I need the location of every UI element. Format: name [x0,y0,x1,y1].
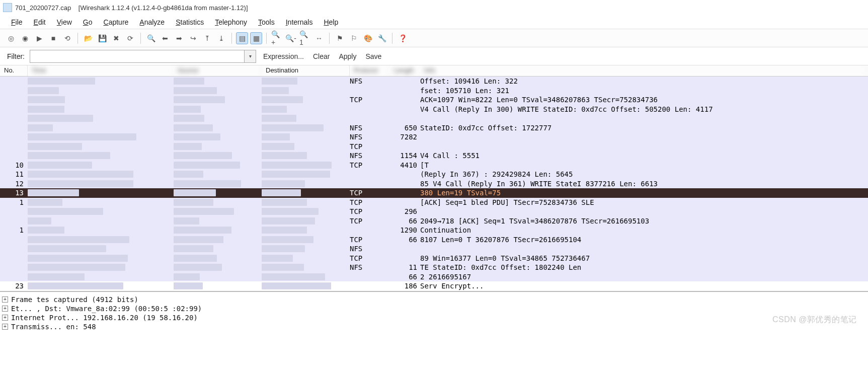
menu-telephony[interactable]: Telephony [210,17,252,28]
expand-icon[interactable]: + [2,296,8,303]
title-bar: 701_20200727.cap [Wireshark 1.12.4 (v1.1… [0,0,868,15]
start-capture-icon[interactable]: ▶ [33,32,45,44]
toolbar-separator [329,33,330,44]
display-filters-icon[interactable]: ⚐ [348,32,360,44]
close-icon[interactable]: ✖ [110,32,122,44]
reload-icon[interactable]: ⟳ [124,32,136,44]
filter-input[interactable] [30,50,244,63]
restart-capture-icon[interactable]: ⟲ [61,32,73,44]
expand-icon[interactable]: + [2,324,8,330]
packet-row[interactable]: NFS650 StateID: 0xd7cc Offset: 1722777 [0,123,868,133]
packet-row[interactable]: TCP662049→718 [ACK] Seq=1 TSval=34862078… [0,216,868,226]
menu-edit[interactable]: Edit [29,17,51,28]
back-icon[interactable]: ⬅ [159,32,171,44]
expand-icon[interactable]: + [2,315,8,321]
col-no[interactable]: No. [0,65,28,76]
packet-row[interactable]: 12 00 85 V4 Call (Reply In 361) WRITE St… [0,179,868,189]
save-icon[interactable]: 💾 [96,32,108,44]
zoom-out-icon[interactable]: 🔍- [285,32,297,44]
detail-tree-row[interactable]: +Internet Prot... 192.168.16.20 (19 58.1… [2,313,866,322]
main-toolbar: ◎◉▶■⟲📂💾✖⟳🔍⬅➡↪⤒⤓▤▦🔍+🔍-🔍1↔⚑⚐🎨🔧❓ [0,29,868,47]
filter-dropdown-button[interactable]: ▾ [244,50,256,63]
packet-row[interactable]: 662 2616695167 [0,272,868,282]
menu-analyze[interactable]: Analyze [134,17,170,28]
packet-row[interactable]: V4 Call (Reply In 300) WRITE StateID: 0x… [0,105,868,114]
filter-expression-link[interactable]: Expression... [261,51,306,61]
col-info[interactable]: Info [420,65,868,76]
zoom-reset-icon[interactable]: 🔍1 [299,32,311,44]
auto-scroll-icon[interactable]: ▦ [250,32,262,44]
packet-details-pane[interactable]: +Frame tes captured (4912 bits)+Et... , … [0,291,868,332]
menu-view[interactable]: View [52,17,77,28]
goto-icon[interactable]: ↪ [187,32,199,44]
packet-row[interactable]: TCP ACK=1097 Win=8222 Len=0 TSval=348620… [0,95,868,105]
stop-capture-icon[interactable]: ■ [47,32,59,44]
toolbar-separator [266,33,267,44]
interfaces-icon[interactable]: ◎ [5,32,17,44]
coloring-rules-icon[interactable]: 🎨 [362,32,374,44]
preferences-icon[interactable]: 🔧 [376,32,388,44]
filter-bar: Filter: ▾ Expression... Clear Apply Save [0,47,868,65]
packet-row[interactable]: TCP296 [0,207,868,216]
help-icon[interactable]: ❓ [397,32,409,44]
detail-tree-row[interactable]: +Et... , Dst: Vmware_8a:02:99 (00:50:5 :… [2,304,866,313]
toolbar-separator [231,33,232,44]
col-length[interactable]: Length [390,65,420,76]
filter-apply-link[interactable]: Apply [337,51,358,61]
filter-clear-link[interactable]: Clear [311,51,332,61]
detail-tree-row[interactable]: +Frame tes captured (4912 bits) [2,295,866,304]
packet-row[interactable]: 23 2 .3-1 9 09:32. ..186Serv Encrypt... [0,281,868,291]
zoom-in-icon[interactable]: 🔍+ [271,32,283,44]
packet-row[interactable]: NFS [0,244,868,254]
filter-save-link[interactable]: Save [363,51,383,61]
capture-filters-icon[interactable]: ⚑ [334,32,346,44]
packet-row[interactable]: 10TCP4410[T [0,161,868,170]
detail-tree-row[interactable]: +Transmiss... en: 548 [2,322,866,331]
menu-statistics[interactable]: Statistics [171,17,209,28]
packet-row[interactable]: 11 557 (Reply In 367) : 292429824 Len: 5… [0,170,868,179]
expand-icon[interactable]: + [2,306,8,312]
toolbar-separator [140,33,141,44]
options-icon[interactable]: ◉ [19,32,31,44]
first-icon[interactable]: ⤒ [201,32,213,44]
app-name: [Wireshark 1.12.4 (v1.12.4-0-gb4861da fr… [78,4,248,12]
packet-row[interactable]: NFS1154V4 Call : 5551 [0,151,868,161]
col-time[interactable]: Time [28,65,174,76]
colorize-icon[interactable]: ▤ [236,32,248,44]
menu-help[interactable]: Help [319,17,343,28]
menu-capture[interactable]: Capture [99,17,134,28]
packet-row[interactable]: NFS Offset: 109416 Len: 322 [0,77,868,86]
packet-row[interactable]: 1TCP [ACK] Seq=1 bled PDU] TSecr=7528347… [0,198,868,207]
filter-label: Filter: [7,52,25,60]
packet-row[interactable]: TCP 89 Win=16377 Len=0 TSval=34865 75273… [0,254,868,263]
packet-row[interactable] [0,114,868,123]
menu-file[interactable]: File [6,17,28,28]
menu-go[interactable]: Go [78,17,98,28]
find-icon[interactable]: 🔍 [145,32,157,44]
col-destination[interactable]: Destination [262,65,350,76]
forward-icon[interactable]: ➡ [173,32,185,44]
toolbar-separator [77,33,78,44]
packet-row[interactable]: 13TCP 380 Len=19 TSval=75 [0,188,868,198]
resize-cols-icon[interactable]: ↔ [313,32,325,44]
packet-row[interactable]: fset: 105710 Len: 321 [0,86,868,96]
col-source[interactable]: Source [174,65,262,76]
packet-list-body[interactable]: NFS Offset: 109416 Len: 322 fset: 105710… [0,77,868,291]
packet-row[interactable]: 1 02441290Continuation [0,226,868,235]
packet-row[interactable]: TCP66 8107 Len=0 T 36207876 TSecr=261669… [0,235,868,245]
packet-row[interactable]: TCP [0,142,868,152]
file-name: 701_20200727.cap [15,4,71,12]
last-icon[interactable]: ⤓ [215,32,227,44]
open-icon[interactable]: 📂 [82,32,94,44]
menu-bar: FileEditViewGoCaptureAnalyzeStatisticsTe… [0,15,868,29]
app-icon [3,3,12,12]
packet-row[interactable]: NFS7282 [0,132,868,142]
menu-internals[interactable]: Internals [281,17,318,28]
window-title: 701_20200727.cap [Wireshark 1.12.4 (v1.1… [15,4,248,12]
packet-list-pane: No. Time Source Destination Protocol Len… [0,65,868,291]
packet-row[interactable]: NFS11 TE StateID: 0xd7cc Offset: 1802240… [0,263,868,272]
col-protocol[interactable]: Protocol [350,65,390,76]
packet-list-header: No. Time Source Destination Protocol Len… [0,65,868,77]
toolbar-separator [392,33,392,44]
menu-tools[interactable]: Tools [253,17,280,28]
